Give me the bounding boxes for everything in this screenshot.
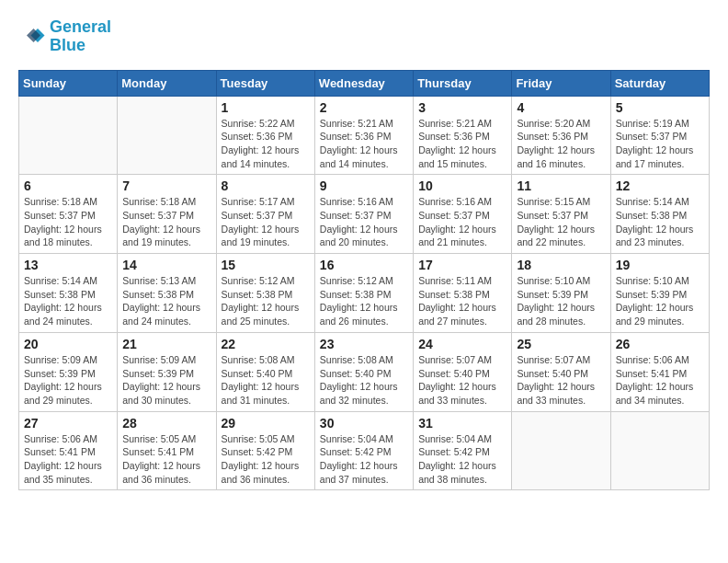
calendar-cell: 17Sunrise: 5:11 AM Sunset: 5:38 PM Dayli…	[414, 254, 512, 333]
cell-detail: Sunrise: 5:08 AM Sunset: 5:40 PM Dayligh…	[222, 353, 310, 408]
calendar-cell: 28Sunrise: 5:05 AM Sunset: 5:41 PM Dayli…	[118, 411, 216, 490]
cell-detail: Sunrise: 5:06 AM Sunset: 5:41 PM Dayligh…	[616, 353, 704, 408]
calendar-header: SundayMondayTuesdayWednesdayThursdayFrid…	[19, 70, 710, 96]
day-number: 11	[517, 178, 605, 193]
cell-detail: Sunrise: 5:21 AM Sunset: 5:36 PM Dayligh…	[418, 117, 506, 171]
week-row-1: 1Sunrise: 5:22 AM Sunset: 5:36 PM Daylig…	[19, 96, 710, 175]
day-number: 24	[418, 337, 506, 351]
day-number: 23	[320, 337, 408, 351]
calendar-cell	[19, 96, 118, 175]
cell-detail: Sunrise: 5:04 AM Sunset: 5:42 PM Dayligh…	[320, 432, 408, 487]
cell-detail: Sunrise: 5:12 AM Sunset: 5:38 PM Dayligh…	[222, 274, 310, 328]
calendar-cell: 10Sunrise: 5:16 AM Sunset: 5:37 PM Dayli…	[414, 175, 512, 254]
day-number: 8	[222, 178, 310, 193]
calendar-cell: 7Sunrise: 5:18 AM Sunset: 5:37 PM Daylig…	[118, 175, 216, 254]
cell-detail: Sunrise: 5:08 AM Sunset: 5:40 PM Dayligh…	[320, 353, 408, 408]
day-number: 29	[222, 416, 310, 431]
day-number: 26	[616, 337, 704, 351]
logo-icon	[18, 23, 46, 51]
day-number: 12	[616, 178, 704, 193]
calendar-cell: 19Sunrise: 5:10 AM Sunset: 5:39 PM Dayli…	[610, 254, 709, 333]
calendar-cell	[512, 411, 610, 490]
cell-detail: Sunrise: 5:10 AM Sunset: 5:39 PM Dayligh…	[616, 274, 704, 328]
cell-detail: Sunrise: 5:09 AM Sunset: 5:39 PM Dayligh…	[24, 353, 112, 408]
day-number: 31	[418, 416, 506, 431]
day-number: 13	[24, 258, 112, 272]
day-number: 6	[24, 178, 112, 193]
cell-detail: Sunrise: 5:12 AM Sunset: 5:38 PM Dayligh…	[320, 274, 408, 328]
column-header-sunday: Sunday	[19, 70, 118, 96]
calendar-cell: 22Sunrise: 5:08 AM Sunset: 5:40 PM Dayli…	[216, 332, 314, 411]
calendar-cell: 24Sunrise: 5:07 AM Sunset: 5:40 PM Dayli…	[414, 332, 512, 411]
calendar-cell	[118, 96, 216, 175]
day-number: 5	[616, 100, 704, 115]
calendar-cell: 1Sunrise: 5:22 AM Sunset: 5:36 PM Daylig…	[216, 96, 314, 175]
cell-detail: Sunrise: 5:10 AM Sunset: 5:39 PM Dayligh…	[517, 274, 605, 328]
day-number: 9	[320, 178, 408, 193]
cell-detail: Sunrise: 5:20 AM Sunset: 5:36 PM Dayligh…	[517, 117, 605, 171]
week-row-2: 6Sunrise: 5:18 AM Sunset: 5:37 PM Daylig…	[19, 175, 710, 254]
day-number: 16	[320, 258, 408, 272]
calendar-body: 1Sunrise: 5:22 AM Sunset: 5:36 PM Daylig…	[19, 96, 710, 490]
cell-detail: Sunrise: 5:18 AM Sunset: 5:37 PM Dayligh…	[24, 195, 112, 249]
day-number: 21	[122, 337, 210, 351]
cell-detail: Sunrise: 5:19 AM Sunset: 5:37 PM Dayligh…	[616, 117, 704, 171]
calendar-cell: 18Sunrise: 5:10 AM Sunset: 5:39 PM Dayli…	[512, 254, 610, 333]
cell-detail: Sunrise: 5:14 AM Sunset: 5:38 PM Dayligh…	[616, 195, 704, 249]
day-number: 30	[320, 416, 408, 431]
calendar-cell: 23Sunrise: 5:08 AM Sunset: 5:40 PM Dayli…	[314, 332, 413, 411]
calendar-cell: 25Sunrise: 5:07 AM Sunset: 5:40 PM Dayli…	[512, 332, 610, 411]
calendar-cell: 13Sunrise: 5:14 AM Sunset: 5:38 PM Dayli…	[19, 254, 118, 333]
calendar-cell: 2Sunrise: 5:21 AM Sunset: 5:36 PM Daylig…	[314, 96, 413, 175]
day-number: 20	[24, 337, 112, 351]
calendar-cell: 31Sunrise: 5:04 AM Sunset: 5:42 PM Dayli…	[414, 411, 512, 490]
cell-detail: Sunrise: 5:13 AM Sunset: 5:38 PM Dayligh…	[122, 274, 210, 328]
calendar-cell: 30Sunrise: 5:04 AM Sunset: 5:42 PM Dayli…	[314, 411, 413, 490]
day-number: 1	[222, 100, 310, 115]
day-number: 28	[122, 416, 210, 431]
day-number: 22	[222, 337, 310, 351]
day-number: 3	[418, 100, 506, 115]
cell-detail: Sunrise: 5:11 AM Sunset: 5:38 PM Dayligh…	[418, 274, 506, 328]
calendar-cell: 14Sunrise: 5:13 AM Sunset: 5:38 PM Dayli…	[118, 254, 216, 333]
column-header-thursday: Thursday	[414, 70, 512, 96]
day-number: 14	[122, 258, 210, 272]
calendar-cell: 12Sunrise: 5:14 AM Sunset: 5:38 PM Dayli…	[610, 175, 709, 254]
day-number: 2	[320, 100, 408, 115]
cell-detail: Sunrise: 5:04 AM Sunset: 5:42 PM Dayligh…	[418, 432, 506, 487]
cell-detail: Sunrise: 5:18 AM Sunset: 5:37 PM Dayligh…	[122, 195, 210, 249]
calendar-cell: 26Sunrise: 5:06 AM Sunset: 5:41 PM Dayli…	[610, 332, 709, 411]
calendar-cell: 20Sunrise: 5:09 AM Sunset: 5:39 PM Dayli…	[19, 332, 118, 411]
cell-detail: Sunrise: 5:16 AM Sunset: 5:37 PM Dayligh…	[320, 195, 408, 249]
week-row-5: 27Sunrise: 5:06 AM Sunset: 5:41 PM Dayli…	[19, 411, 710, 490]
cell-detail: Sunrise: 5:17 AM Sunset: 5:37 PM Dayligh…	[222, 195, 310, 249]
day-number: 4	[517, 100, 605, 115]
day-number: 27	[24, 416, 112, 431]
calendar-cell: 5Sunrise: 5:19 AM Sunset: 5:37 PM Daylig…	[610, 96, 709, 175]
week-row-4: 20Sunrise: 5:09 AM Sunset: 5:39 PM Dayli…	[19, 332, 710, 411]
calendar-cell: 29Sunrise: 5:05 AM Sunset: 5:42 PM Dayli…	[216, 411, 314, 490]
cell-detail: Sunrise: 5:16 AM Sunset: 5:37 PM Dayligh…	[418, 195, 506, 249]
calendar-table: SundayMondayTuesdayWednesdayThursdayFrid…	[18, 70, 710, 491]
cell-detail: Sunrise: 5:21 AM Sunset: 5:36 PM Dayligh…	[320, 117, 408, 171]
calendar-cell: 6Sunrise: 5:18 AM Sunset: 5:37 PM Daylig…	[19, 175, 118, 254]
day-number: 19	[616, 258, 704, 272]
calendar-cell: 3Sunrise: 5:21 AM Sunset: 5:36 PM Daylig…	[414, 96, 512, 175]
cell-detail: Sunrise: 5:07 AM Sunset: 5:40 PM Dayligh…	[418, 353, 506, 408]
week-row-3: 13Sunrise: 5:14 AM Sunset: 5:38 PM Dayli…	[19, 254, 710, 333]
calendar-cell: 4Sunrise: 5:20 AM Sunset: 5:36 PM Daylig…	[512, 96, 610, 175]
logo-text: General Blue	[50, 18, 111, 55]
cell-detail: Sunrise: 5:05 AM Sunset: 5:41 PM Dayligh…	[122, 432, 210, 487]
column-header-monday: Monday	[118, 70, 216, 96]
calendar-cell: 15Sunrise: 5:12 AM Sunset: 5:38 PM Dayli…	[216, 254, 314, 333]
column-header-tuesday: Tuesday	[216, 70, 314, 96]
calendar-cell: 11Sunrise: 5:15 AM Sunset: 5:37 PM Dayli…	[512, 175, 610, 254]
day-number: 17	[418, 258, 506, 272]
calendar-cell	[610, 411, 709, 490]
day-number: 18	[517, 258, 605, 272]
calendar-cell: 16Sunrise: 5:12 AM Sunset: 5:38 PM Dayli…	[314, 254, 413, 333]
day-number: 15	[222, 258, 310, 272]
cell-detail: Sunrise: 5:22 AM Sunset: 5:36 PM Dayligh…	[222, 117, 310, 171]
cell-detail: Sunrise: 5:15 AM Sunset: 5:37 PM Dayligh…	[517, 195, 605, 249]
column-header-wednesday: Wednesday	[314, 70, 413, 96]
